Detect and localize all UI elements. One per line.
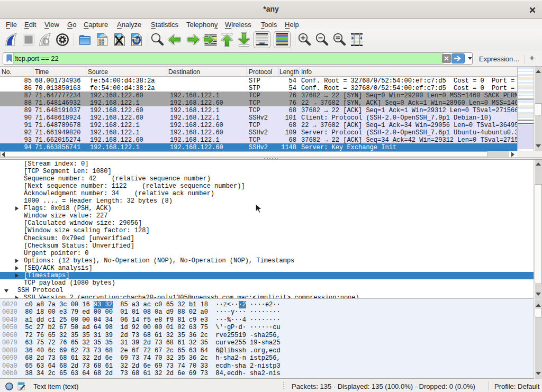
svg-text:0011: 0011	[98, 43, 104, 45]
